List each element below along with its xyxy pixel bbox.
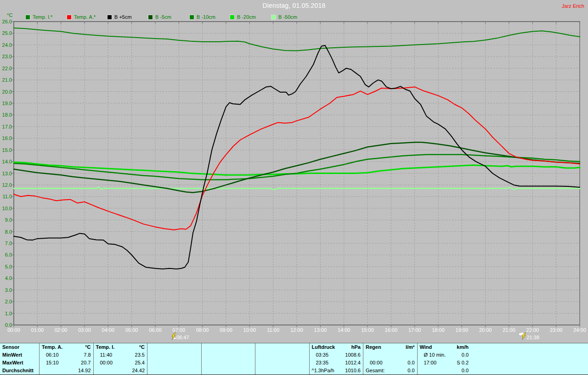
table-col-regen: Regenl/m²00:000.0Gesamt:0.0	[363, 343, 418, 375]
legend-label: B -20cm	[237, 14, 256, 20]
y-tick-label: 17.0	[2, 124, 12, 129]
legend-swatch-icon	[271, 15, 276, 20]
y-tick-label: 9.0	[5, 217, 12, 223]
x-tick-label: 08:00	[196, 327, 209, 333]
row-header: Sensor	[2, 343, 19, 351]
table-col-empty-3	[201, 343, 256, 375]
table-row: MinWert	[0, 351, 39, 359]
max-value: 25.4	[135, 359, 145, 367]
table-row: Windkm/h	[418, 343, 472, 351]
table-row: Temp. A.°C	[40, 343, 94, 351]
sensor-unit: km/h	[457, 343, 469, 351]
y-tick-label: 20.0	[2, 89, 12, 95]
max-value: 20.7	[81, 359, 90, 367]
table-row: 0.0	[418, 367, 472, 375]
sensor-name: Luftdruck	[312, 343, 335, 351]
y-tick-label: 15.0	[2, 147, 12, 153]
sunset-time-label: 21:38	[526, 335, 539, 340]
legend-swatch-icon	[230, 15, 235, 20]
legend-label: B -10cm	[197, 14, 215, 20]
min-value: 23.5	[135, 351, 145, 359]
weather-app-window: 0.01.02.03.04.05.06.07.08.09.010.011.012…	[0, 0, 588, 375]
table-row	[202, 351, 256, 359]
x-tick-label: 23:00	[550, 327, 563, 333]
legend-label: Temp. I.*	[33, 14, 52, 20]
y-tick-label: 19.0	[2, 101, 12, 106]
table-col-empty-2	[147, 343, 202, 375]
avg-value: 24.42	[132, 367, 145, 375]
x-tick-label: 13:00	[314, 327, 327, 333]
x-tick-label: 03:00	[78, 327, 91, 333]
x-tick-label: 09:00	[220, 327, 232, 333]
table-row	[255, 343, 310, 351]
sensor-name: Temp. A.	[42, 343, 62, 351]
x-tick-label: 15:00	[361, 327, 374, 333]
x-tick-label: 11:00	[267, 327, 279, 333]
max-value: 1012.4	[345, 359, 361, 367]
y-tick-label: 11.0	[2, 194, 12, 199]
table-row	[147, 367, 202, 375]
legend-label: Temp. A.*	[74, 14, 96, 20]
table-row: 24.42	[94, 367, 148, 375]
legend-item-b-10cm: B -10cm	[189, 14, 215, 20]
legend-swatch-icon	[25, 15, 30, 20]
avg-value: 0.0	[462, 367, 469, 375]
x-tick-label: 02:00	[55, 327, 68, 333]
stats-table: SensorMinWertMaxWertDurchschnittTemp. A.…	[0, 343, 588, 375]
min-value: 1008.6	[345, 351, 361, 359]
table-row	[363, 351, 418, 359]
x-tick-label: 18:00	[432, 327, 445, 333]
legend-item-b+5cm: B +5cm	[107, 14, 132, 20]
x-tick-label: 04:00	[102, 327, 115, 333]
table-row	[202, 367, 256, 375]
x-tick-label: 00:00	[7, 327, 20, 333]
x-tick-label: 21:00	[503, 327, 515, 333]
max-time: 00:00	[100, 359, 113, 367]
min-value: 7.8	[84, 351, 90, 359]
x-tick-label: 07:00	[173, 327, 186, 333]
legend-swatch-icon	[189, 15, 194, 20]
legend-item-b-20cm: B -20cm	[230, 14, 256, 20]
table-row	[147, 351, 202, 359]
table-col-tempa: Temp. A.°C06:107.815:1020.714.92	[39, 343, 94, 375]
row-header: Durchschnitt	[2, 367, 34, 375]
table-row: Durchschnitt	[0, 367, 39, 375]
temperature-chart: 0.01.02.03.04.05.06.07.08.09.010.011.012…	[0, 0, 588, 342]
y-tick-label: 14.0	[2, 159, 12, 164]
y-tick-label: 12.0	[2, 182, 12, 188]
sensor-unit: l/m²	[406, 343, 415, 351]
y-tick-label: 25.0	[2, 30, 12, 36]
y-tick-label: 21.0	[2, 77, 12, 83]
table-row	[147, 343, 202, 351]
series-tempa	[14, 87, 580, 229]
table-row	[147, 359, 202, 367]
table-row	[255, 351, 310, 359]
x-tick-label: 24:00	[573, 327, 586, 333]
y-tick-label: 23.0	[2, 54, 12, 59]
table-row: Gesamt:0.0	[363, 367, 418, 375]
table-row: LuftdruckhPa	[310, 343, 364, 351]
max-time: 00:00	[370, 359, 383, 367]
x-tick-label: 06:00	[149, 327, 162, 333]
sensor-name: Regen	[366, 343, 381, 351]
table-row: Sensor	[0, 343, 39, 351]
avg-label: Gesamt:	[366, 367, 385, 375]
max-value: S 0.2	[457, 359, 469, 367]
y-tick-label: 7.0	[5, 241, 12, 246]
row-header: MaxWert	[2, 359, 23, 367]
sunrise-time-label: 06:47	[176, 335, 189, 340]
sensor-name: Wind	[420, 343, 432, 351]
table-row	[255, 359, 310, 367]
legend-label: B -5cm	[155, 14, 171, 20]
sensor-unit: hPa	[351, 343, 361, 351]
legend-swatch-icon	[107, 15, 112, 20]
y-tick-label: 2.0	[5, 299, 12, 304]
table-row: 15:1020.7	[40, 359, 94, 367]
table-row	[202, 359, 256, 367]
table-row: 11:4023.5	[94, 351, 148, 359]
y-tick-label: 4.0	[5, 275, 12, 281]
legend-swatch-icon	[67, 15, 72, 20]
table-row: 17:00S 0.2	[418, 359, 472, 367]
x-tick-label: 14:00	[338, 327, 351, 333]
table-row: Regenl/m²	[363, 343, 418, 351]
